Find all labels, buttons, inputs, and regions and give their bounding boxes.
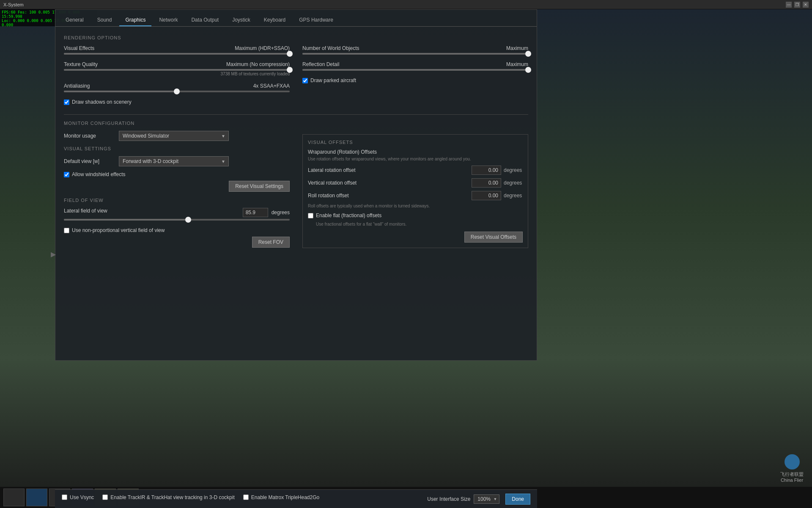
side-arrow[interactable]: ▶ xyxy=(51,250,56,258)
default-view-label: Default view [w] xyxy=(64,158,115,164)
monitor-left-col: Monitor usage Windowed Simulator VISUAL … xyxy=(64,131,290,248)
trackir-checkbox[interactable] xyxy=(102,494,108,500)
lateral-fov-input[interactable] xyxy=(243,208,268,217)
monitor-usage-label: Monitor usage xyxy=(64,133,115,139)
tab-keyboard[interactable]: Keyboard xyxy=(258,14,291,26)
visual-effects-label: Visual Effects xyxy=(64,45,94,51)
visual-effects-row: Visual Effects Maximum (HDR+SSAO) xyxy=(64,45,290,55)
bottom-left: Use Vsync Enable TrackIR & TrackHat view… xyxy=(62,494,319,504)
monitor-usage-row: Monitor usage Windowed Simulator xyxy=(64,131,290,141)
reset-visual-settings-button[interactable]: Reset Visual Settings xyxy=(229,181,290,192)
default-view-row: Default view [w] Forward with 3-D cockpi… xyxy=(64,156,290,166)
reflection-detail-thumb[interactable] xyxy=(525,67,531,73)
enable-flat-label: Enable flat (fractional) offsets xyxy=(316,213,381,218)
minimize-button[interactable]: — xyxy=(786,2,792,8)
tab-joystick[interactable]: Joystick xyxy=(226,14,256,26)
texture-quality-value: Maximum (No compression) xyxy=(226,61,290,67)
reflection-detail-value: Maximum xyxy=(506,61,528,67)
visual-effects-value: Maximum (HDR+SSAO) xyxy=(235,45,290,51)
matrox-row: Enable Matrox TripleHead2Go xyxy=(243,494,319,500)
rendering-left-col: Visual Effects Maximum (HDR+SSAO) Textur… xyxy=(64,45,290,108)
matrox-checkbox[interactable] xyxy=(243,494,249,500)
world-objects-thumb[interactable] xyxy=(525,51,531,57)
tab-sound[interactable]: Sound xyxy=(91,14,118,26)
watermark: 飞行者联盟 China Flier xyxy=(780,454,804,483)
windshield-effects-label: Allow windshield effects xyxy=(72,171,126,177)
roll-offset-input-wrap: degrees xyxy=(472,191,523,200)
bottom-bar: Use Vsync Enable TrackIR & TrackHat view… xyxy=(55,489,537,508)
roll-offset-unit: degrees xyxy=(504,193,523,199)
watermark-logo xyxy=(785,454,800,469)
enable-flat-row: Enable flat (fractional) offsets xyxy=(308,213,523,218)
enable-flat-checkbox[interactable] xyxy=(308,213,313,218)
lateral-offset-row: Lateral rotation offset degrees xyxy=(308,166,523,175)
vsync-row: Use Vsync xyxy=(62,494,94,500)
texture-quality-row: Texture Quality Maximum (No compression)… xyxy=(64,61,290,76)
vsync-checkbox[interactable] xyxy=(62,494,67,500)
reflection-detail-row: Reflection Detail Maximum xyxy=(302,61,528,71)
content-area: RENDERING OPTIONS Visual Effects Maximum… xyxy=(55,27,537,343)
trackir-label: Enable TrackIR & TrackHat view tracking … xyxy=(110,494,234,500)
draw-parked-label: Draw parked aircraft xyxy=(310,77,356,83)
antialiasing-label: Antialiasing xyxy=(64,83,90,89)
fov-header: FIELD OF VIEW xyxy=(64,198,290,203)
windshield-effects-checkbox[interactable] xyxy=(64,172,69,177)
reflection-detail-track[interactable] xyxy=(302,69,528,71)
antialiasing-track[interactable] xyxy=(64,91,290,92)
draw-parked-checkbox[interactable] xyxy=(302,78,308,83)
default-view-select[interactable]: Forward with 3-D cockpit xyxy=(119,156,229,166)
monitor-right-col: VISUAL OFFSETS Wraparound (Rotation) Off… xyxy=(302,131,528,248)
tab-gps-hardware[interactable]: GPS Hardware xyxy=(293,14,339,26)
taskbar-item-1[interactable] xyxy=(3,489,25,506)
tab-network[interactable]: Network xyxy=(153,14,184,26)
restore-button[interactable]: ❐ xyxy=(794,2,800,8)
draw-shadows-label: Draw shadows on scenery xyxy=(72,99,132,105)
antialiasing-row: Antialiasing 4x SSAA+FXAA xyxy=(64,83,290,92)
bottom-right: User Interface Size 100% Done xyxy=(427,494,530,505)
taskbar-item-2[interactable] xyxy=(26,489,47,506)
non-proportional-fov-checkbox[interactable] xyxy=(64,228,69,233)
vsync-label: Use Vsync xyxy=(70,494,94,500)
monitor-usage-select[interactable]: Windowed Simulator xyxy=(119,131,229,141)
texture-quality-thumb[interactable] xyxy=(287,67,293,73)
tab-general[interactable]: General xyxy=(60,14,90,26)
texture-quality-track[interactable] xyxy=(64,69,290,71)
vertical-offset-input[interactable] xyxy=(472,178,501,188)
world-objects-row: Number of World Objects Maximum xyxy=(302,45,528,55)
texture-quality-sub: 3738 MB of textures currently loaded xyxy=(64,72,290,76)
visual-settings-header: VISUAL SETTINGS xyxy=(64,146,290,151)
lateral-fov-thumb[interactable] xyxy=(185,217,191,223)
lateral-fov-track[interactable] xyxy=(64,219,290,221)
ui-size-label: User Interface Size xyxy=(427,496,470,502)
vertical-offset-row: Vertical rotation offset degrees xyxy=(308,178,523,188)
ui-size-select[interactable]: 100% xyxy=(474,494,499,504)
lateral-fov-unit: degrees xyxy=(272,210,290,215)
world-objects-track[interactable] xyxy=(302,53,528,55)
visual-effects-thumb[interactable] xyxy=(287,51,293,57)
visual-offsets-panel: VISUAL OFFSETS Wraparound (Rotation) Off… xyxy=(302,134,528,248)
reset-visual-offsets-button[interactable]: Reset Visual Offsets xyxy=(464,232,523,243)
wraparound-title: Wraparound (Rotation) Offsets xyxy=(308,149,523,155)
monitor-usage-wrapper: Windowed Simulator xyxy=(119,131,229,141)
tab-graphics[interactable]: Graphics xyxy=(119,14,151,26)
draw-shadows-checkbox[interactable] xyxy=(64,99,69,105)
world-objects-value: Maximum xyxy=(506,45,528,51)
rendering-right-col: Number of World Objects Maximum Reflecti… xyxy=(302,45,528,108)
world-objects-label: Number of World Objects xyxy=(302,45,359,51)
reflection-detail-label: Reflection Detail xyxy=(302,61,339,67)
visual-effects-track[interactable] xyxy=(64,53,290,55)
ui-size-wrapper: 100% xyxy=(474,494,499,504)
lateral-fov-row: Lateral field of view degrees xyxy=(64,208,290,221)
reset-fov-button[interactable]: Reset FOV xyxy=(252,237,290,248)
tab-data-output[interactable]: Data Output xyxy=(185,14,225,26)
flat-desc: Use fractional offsets for a flat "wall"… xyxy=(316,222,523,226)
lateral-offset-label: Lateral rotation offset xyxy=(308,167,356,173)
antialiasing-thumb[interactable] xyxy=(174,88,180,94)
lateral-offset-input[interactable] xyxy=(472,166,501,175)
watermark-text: 飞行者联盟 xyxy=(780,471,804,478)
watermark-subtext: China Flier xyxy=(780,478,804,483)
roll-offset-input[interactable] xyxy=(472,191,501,200)
done-button[interactable]: Done xyxy=(505,494,530,505)
trackir-row: Enable TrackIR & TrackHat view tracking … xyxy=(102,494,234,500)
close-button[interactable]: ✕ xyxy=(803,2,809,8)
